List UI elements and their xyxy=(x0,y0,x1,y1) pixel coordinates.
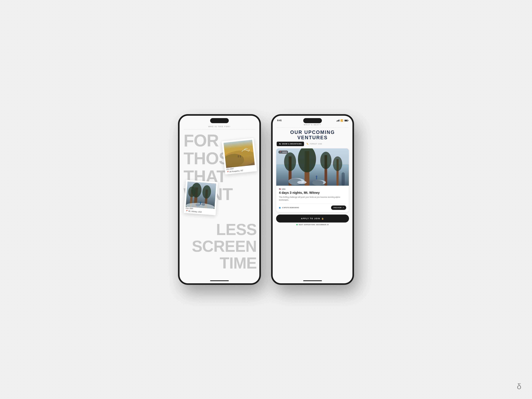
tab-snow-label: SNOW & MOUNTAINS xyxy=(282,143,302,145)
venture-title: 4 days 3 nights, Mt. Witney xyxy=(279,191,346,195)
svg-point-34 xyxy=(316,176,317,177)
phone2-title-line1: OUR UPCOMING xyxy=(276,130,349,135)
polaroid-mountain: Oct 23rd 📍 Mt Ruapehu, NZ xyxy=(222,138,257,175)
preview-button[interactable]: PREVIEW ↗ xyxy=(331,205,346,210)
next-expedition-text: NEXT EXPEDITION: DECEMBER 24 xyxy=(299,224,329,225)
phone1-header-label: WHO IS THIS FOR? xyxy=(208,126,231,127)
status-icons: 📶 xyxy=(336,119,348,122)
country-flag: 🇺🇸 xyxy=(279,188,281,190)
venture-info: 🇺🇸 USA 4 days 3 nights, Mt. Witney This … xyxy=(276,186,349,212)
svg-point-33 xyxy=(297,181,307,184)
phone2-title-line2: VENTURES xyxy=(276,135,349,140)
polaroid-mountain-date: Oct 23rd xyxy=(226,167,234,170)
next-expedition: NEXT EXPEDITION: DECEMBER 24 xyxy=(273,224,352,226)
signal-icon xyxy=(336,120,339,121)
distance-badge: 📍 50KM xyxy=(278,151,288,154)
dynamic-island-2 xyxy=(303,118,322,123)
preview-label: PREVIEW xyxy=(333,207,342,209)
spots-remaining: 👥 4 SPOTS REMAINING xyxy=(279,207,299,209)
svg-rect-36 xyxy=(342,172,345,186)
volume-silent-button[interactable] xyxy=(178,140,179,148)
phone2-title-block: OUR UPCOMING VENTURES xyxy=(273,127,352,141)
venture-image: 📍 50KM xyxy=(276,148,349,186)
tabs-row: 🛍 SNOW & MOUNTAINS ✏️ FOREST AND xyxy=(273,141,352,146)
active-dot xyxy=(296,224,298,225)
svg-point-26 xyxy=(320,152,331,169)
phone2-content: 9:41 📶 WHAT'S NEXT? xyxy=(273,116,352,283)
pin-icon: 📍 xyxy=(280,151,282,153)
phone1-tagline-bottom: LESS SCREEN TIME xyxy=(192,221,257,271)
lock-icon: 🔒 xyxy=(322,217,324,220)
tab-snow-mountains[interactable]: 🛍 SNOW & MOUNTAINS xyxy=(277,142,304,146)
svg-point-32 xyxy=(312,180,323,185)
tab-forest[interactable]: ✏️ FOREST AND xyxy=(304,141,324,146)
venture-card: 📍 50KM 🇺🇸 USA 4 days 3 nights, Mt. Witne… xyxy=(276,148,349,212)
venture-country: 🇺🇸 USA xyxy=(279,188,346,190)
volume-up-button[interactable] xyxy=(178,150,179,162)
location-pin-icon: 📍 xyxy=(227,171,229,173)
venture-footer: 👥 4 SPOTS REMAINING PREVIEW ↗ xyxy=(279,203,346,210)
country-name: USA xyxy=(282,188,285,190)
apply-label: APPLY TO JOIN xyxy=(301,217,320,220)
wifi-icon: 📶 xyxy=(341,119,343,122)
svg-rect-35 xyxy=(316,177,317,179)
page-brand-logo: δ xyxy=(517,382,521,391)
status-time: 9:41 xyxy=(277,119,282,122)
home-indicator-1 xyxy=(210,280,229,281)
svg-point-24 xyxy=(284,152,296,171)
location-pin-icon-2: 📍 xyxy=(185,210,188,212)
battery-icon xyxy=(344,120,348,121)
venture-desc: This thrilling challenge will push your … xyxy=(279,196,346,201)
power-button[interactable] xyxy=(260,153,261,169)
home-indicator-2 xyxy=(303,280,322,281)
svg-rect-18 xyxy=(200,203,201,205)
scene: WHO IS THIS FOR? FOR THOSE THAT WANT LES… xyxy=(178,114,354,285)
tab-snow-icon: 🛍 xyxy=(279,143,281,145)
svg-point-28 xyxy=(333,156,342,171)
phone2-header-label: WHAT'S NEXT? xyxy=(304,124,321,126)
volume-down-button[interactable] xyxy=(178,165,179,177)
tab-forest-icon: ✏️ xyxy=(306,143,309,145)
external-link-icon: ↗ xyxy=(342,207,344,209)
people-icon: 👥 xyxy=(279,207,281,209)
phone-1: WHO IS THIS FOR? FOR THOSE THAT WANT LES… xyxy=(178,114,261,285)
phone1-content: WHO IS THIS FOR? FOR THOSE THAT WANT LES… xyxy=(180,116,259,283)
polaroid-forest: Dec 08th 📍 Mt. Witney, USA xyxy=(184,180,218,215)
phone-2: 9:41 📶 WHAT'S NEXT? xyxy=(271,114,354,285)
spots-text: 4 SPOTS REMAINING xyxy=(282,207,299,209)
power-button-2[interactable] xyxy=(353,153,354,169)
polaroid-forest-date: Dec 08th xyxy=(186,207,193,210)
tab-forest-label: FOREST AND xyxy=(310,143,322,145)
distance-text: 50KM xyxy=(282,151,287,153)
dynamic-island xyxy=(210,118,229,123)
apply-button[interactable]: APPLY TO JOIN 🔒 xyxy=(276,215,349,222)
polaroid-forest-location: Mt. Witney, USA xyxy=(188,210,202,213)
